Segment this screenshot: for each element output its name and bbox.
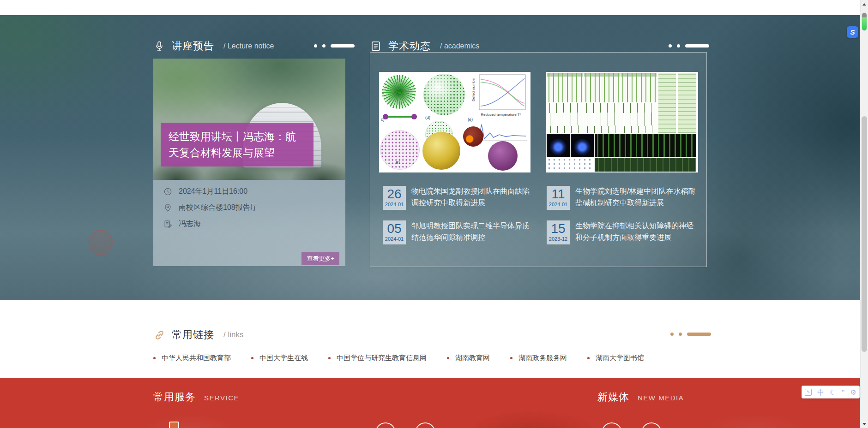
panel-label-d: (d): [425, 115, 430, 120]
extension-icon[interactable]: S: [847, 26, 858, 38]
speaker-icon: [163, 220, 172, 228]
location-icon: [163, 203, 172, 212]
media-circle-icon[interactable]: [641, 422, 662, 428]
news-day: 05: [383, 222, 406, 236]
figure-ylabel: Defect number: [471, 77, 476, 101]
link-univs-online[interactable]: 中国大学生在线: [251, 354, 308, 363]
sparse-seedling-panel: [584, 103, 620, 133]
lecture-headline[interactable]: 经世致用讲坛丨冯志海：航天复合材料发展与展望: [161, 123, 313, 166]
pager-dot[interactable]: [314, 44, 317, 48]
lecture-section-subtitle: / Lecture notice: [223, 42, 274, 50]
theta-label: θ1: [396, 160, 400, 165]
links-pager: [670, 333, 711, 336]
dark-mode-icon[interactable]: ☾: [830, 389, 836, 396]
news-month: 2024-01: [383, 236, 406, 242]
news-month: 2024-01: [547, 202, 570, 207]
link-moe[interactable]: 中华人民共和国教育部: [153, 354, 231, 363]
research-figure-plants[interactable]: [546, 72, 698, 172]
service-circle-icon[interactable]: [415, 422, 435, 428]
lecture-section-title: 讲座预告: [172, 39, 214, 53]
bullet-dot: [587, 357, 590, 359]
translate-icon[interactable]: 中: [817, 389, 824, 396]
news-date-badge: 11 2024-01: [547, 186, 570, 210]
academics-pager: [669, 44, 709, 48]
pager-active-bar[interactable]: [331, 44, 355, 48]
news-title[interactable]: 生物学院刘选明/林建中团队在水稻耐盐碱机制研究中取得新进展: [575, 186, 696, 210]
new-media-title: 新媒体: [597, 390, 629, 404]
news-date-badge: 05 2024-01: [383, 220, 406, 244]
building-icon[interactable]: [169, 422, 179, 428]
field-panel: [595, 158, 696, 172]
seedling-panel: [621, 73, 657, 102]
lecture-pager: [314, 44, 355, 48]
bullet-dot: [510, 357, 512, 359]
university-seal-watermark: [89, 230, 113, 256]
accessibility-toolbar: ✎ 中 ☾ ’’ ⚙: [802, 386, 860, 398]
link-hunan-edu[interactable]: 湖南教育网: [447, 354, 490, 363]
academics-panel: Defect number Reduced temperature T* c) …: [370, 52, 707, 267]
news-item[interactable]: 05 2024-01 邹旭明教授团队实现二维半导体异质结范德华间隙精准调控: [383, 220, 535, 244]
settings-icon[interactable]: ⚙: [850, 389, 856, 396]
scroll-down-arrow[interactable]: [861, 420, 868, 428]
lecture-card[interactable]: 经世致用讲坛丨冯志海：航天复合材料发展与展望 2024年1月11日16:00: [153, 59, 345, 266]
news-title[interactable]: 物电院朱国龙副教授团队在曲面缺陷调控研究中取得新进展: [411, 186, 532, 210]
links-row: 中华人民共和国教育部 中国大学生在线 中国学位与研究生教育信息网 湖南教育网 湖…: [153, 354, 726, 363]
academics-section-title: 学术动态: [388, 39, 431, 53]
link-library[interactable]: 湖南大学图书馆: [587, 354, 644, 363]
defect-chart: Defect number Reduced temperature T*: [470, 73, 529, 118]
scroll-up-arrow[interactable]: [861, 0, 868, 8]
pager-dot[interactable]: [679, 333, 682, 336]
service-header: 常用服务 SERVICE: [153, 390, 239, 404]
seedling-panel: [547, 73, 583, 102]
news-item[interactable]: 11 2024-01 生物学院刘选明/林建中团队在水稻耐盐碱机制研究中取得新进展: [547, 186, 699, 210]
pager-dot[interactable]: [677, 44, 680, 48]
pager-active-bar[interactable]: [687, 333, 711, 336]
lecture-time: 2024年1月11日16:00: [179, 187, 247, 196]
news-month: 2023-12: [547, 236, 570, 242]
figure-xlabel: Reduced temperature T*: [481, 113, 521, 117]
media-circle-icon[interactable]: [602, 422, 622, 428]
links-section-title: 常用链接: [172, 328, 214, 342]
gel-strip: [658, 73, 676, 133]
link-hunan-gov[interactable]: 湖南政务服务网: [510, 354, 567, 363]
gel-strip: [678, 73, 696, 133]
lecture-time-row: 2024年1月11日16:00: [163, 186, 345, 196]
news-title[interactable]: 生物学院在抑郁相关认知障碍的神经和分子机制方面取得重要进展: [575, 220, 696, 244]
fluorescence-panel: [571, 134, 594, 157]
lecture-section-header: 讲座预告 / Lecture notice: [153, 39, 345, 54]
fluorescence-panel: [547, 134, 570, 157]
pager-active-bar[interactable]: [685, 44, 709, 48]
yellow-sphere: [422, 132, 460, 170]
annotate-icon[interactable]: ✎: [805, 389, 812, 396]
pager-dot[interactable]: [669, 44, 672, 48]
footer-section: 常用服务 SERVICE 新媒体 NEW MEDIA: [0, 378, 860, 428]
bullet-dot: [153, 357, 156, 359]
news-title[interactable]: 邹旭明教授团队实现二维半导体异质结范德华间隙精准调控: [411, 220, 532, 244]
green-burst-sphere: [382, 75, 416, 109]
research-figure-materials[interactable]: Defect number Reduced temperature T* c) …: [379, 72, 530, 172]
academics-section-header: 学术动态 / academics: [370, 39, 707, 54]
view-more-button[interactable]: 查看更多+: [301, 252, 339, 265]
news-item[interactable]: 15 2023-12 生物学院在抑郁相关认知障碍的神经和分子机制方面取得重要进展: [547, 220, 699, 244]
academics-section-subtitle: / academics: [440, 42, 479, 50]
rice-row-panel: [595, 134, 696, 157]
service-circle-icon[interactable]: [375, 422, 396, 428]
sparse-seedling-panel: [547, 103, 583, 133]
new-media-header: 新媒体 NEW MEDIA: [597, 390, 684, 404]
sparse-seedling-panel: [621, 103, 657, 133]
microphone-icon: [153, 40, 165, 52]
lecture-location-row: 南校区综合楼108报告厅: [163, 202, 345, 213]
green-dotted-sphere: [423, 74, 465, 115]
news-item[interactable]: 26 2024-01 物电院朱国龙副教授团队在曲面缺陷调控研究中取得新进展: [383, 186, 535, 210]
lecture-speaker: 冯志海: [179, 219, 201, 229]
pager-dot[interactable]: [670, 333, 674, 336]
scrollbar[interactable]: [860, 0, 868, 428]
lecture-location: 南校区综合楼108报告厅: [179, 203, 258, 213]
news-day: 26: [383, 187, 406, 202]
scrollbar-thumb[interactable]: [862, 116, 867, 352]
pager-dot[interactable]: [322, 44, 326, 48]
clock-icon: [163, 187, 172, 196]
service-subtitle: SERVICE: [204, 394, 239, 402]
read-aloud-icon[interactable]: ’’: [842, 389, 844, 396]
link-degree-info[interactable]: 中国学位与研究生教育信息网: [328, 354, 427, 363]
